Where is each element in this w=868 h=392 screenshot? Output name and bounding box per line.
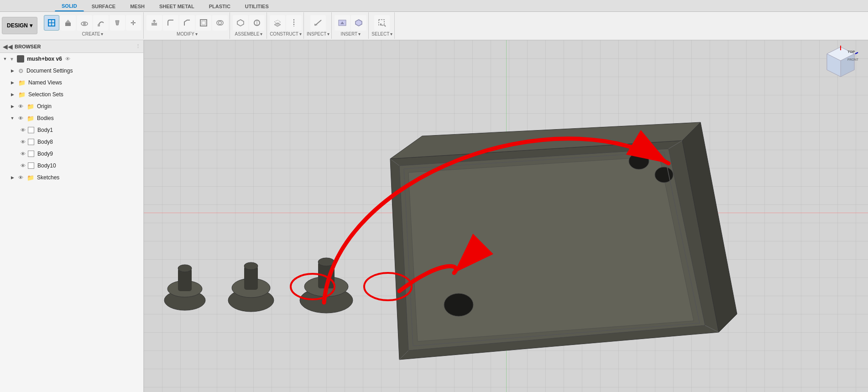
browser-item-body1[interactable]: 👁 Body1 <box>0 124 143 136</box>
tab-mesh[interactable]: MESH <box>123 1 152 11</box>
viewport[interactable]: TOP FRONT <box>144 40 868 392</box>
bodies-eye-icon[interactable]: 👁 <box>17 115 24 122</box>
axis-button[interactable] <box>286 15 302 31</box>
bodies-label: Bodies <box>37 115 54 121</box>
browser-menu-icon[interactable]: ⋮ <box>136 43 141 49</box>
browser-item-document-settings[interactable]: ▶ ⚙ Document Settings <box>0 65 143 77</box>
svg-rect-7 <box>98 24 100 26</box>
new-component-button[interactable] <box>44 15 59 31</box>
body10-eye-icon[interactable]: 👁 <box>19 162 26 169</box>
browser-item-sketches[interactable]: ▶ 👁 📁 Sketches <box>0 172 143 183</box>
assemble-buttons <box>233 15 265 31</box>
new-component-assemble-button[interactable] <box>233 15 248 31</box>
create-buttons: ✛ <box>44 15 141 31</box>
svg-text:TOP: TOP <box>847 50 855 54</box>
svg-rect-10 <box>152 23 157 26</box>
browser-root[interactable]: ▼ ▼ mush+box v6 👁 <box>0 53 143 65</box>
browser-item-named-views[interactable]: ▶ 📁 Named Views <box>0 77 143 89</box>
svg-point-30 <box>655 167 673 183</box>
tab-surface[interactable]: SURFACE <box>85 1 123 11</box>
extrude-button[interactable] <box>60 15 76 31</box>
select-label[interactable]: SELECT ▾ <box>371 31 392 37</box>
browser-item-body10[interactable]: 👁 Body10 <box>0 160 143 172</box>
assemble-group: ASSEMBLE ▾ <box>231 12 267 39</box>
body1-eye-icon[interactable]: 👁 <box>19 126 26 134</box>
combine-button[interactable] <box>212 15 228 31</box>
insert-buttons <box>335 15 366 31</box>
browser-item-origin[interactable]: ▶ 👁 📁 Origin <box>0 100 143 112</box>
modify-label[interactable]: MODIFY ▾ <box>177 31 198 37</box>
selection-sets-folder-icon: 📁 <box>18 91 26 98</box>
navigation-cube[interactable]: TOP FRONT <box>822 45 859 81</box>
insert-canvas-button[interactable] <box>335 15 350 31</box>
chamfer-button[interactable] <box>179 15 195 31</box>
browser-item-body8[interactable]: 👁 Body8 <box>0 136 143 148</box>
body8-eye-icon[interactable]: 👁 <box>19 138 26 146</box>
select-button[interactable]: ↖ <box>374 15 390 31</box>
origin-folder-icon: 📁 <box>27 103 34 110</box>
origin-arrow[interactable]: ▶ <box>9 103 16 110</box>
revolve-button[interactable] <box>77 15 92 31</box>
joint-button[interactable] <box>249 15 265 31</box>
sketches-eye-icon[interactable]: 👁 <box>17 174 24 181</box>
toolbar: SOLID SURFACE MESH SHEET METAL PLASTIC U… <box>0 0 868 40</box>
svg-point-39 <box>244 262 258 270</box>
shell-button[interactable] <box>196 15 211 31</box>
insert-mesh-button[interactable] <box>351 15 366 31</box>
sketches-label: Sketches <box>37 174 59 181</box>
tab-solid[interactable]: SOLID <box>55 1 84 11</box>
body9-body-icon <box>28 151 34 157</box>
press-pull-button[interactable] <box>146 15 162 31</box>
fillet-button[interactable] <box>163 15 178 31</box>
browser-item-body9[interactable]: 👁 Body9 <box>0 148 143 160</box>
select-buttons: ↖ <box>374 15 390 31</box>
body10-label: Body10 <box>37 162 56 169</box>
browser-root-label: mush+box v6 <box>27 56 62 62</box>
svg-point-31 <box>444 293 473 316</box>
3d-model-view <box>144 40 868 392</box>
browser-item-bodies[interactable]: ▼ 👁 📁 Bodies <box>0 112 143 124</box>
assemble-label[interactable]: ASSEMBLE ▾ <box>235 31 263 37</box>
tab-sheet-metal[interactable]: SHEET METAL <box>152 1 201 11</box>
doc-settings-arrow[interactable]: ▶ <box>9 68 16 74</box>
loft-button[interactable] <box>110 15 125 31</box>
body10-body-icon <box>28 162 34 169</box>
insert-label[interactable]: INSERT ▾ <box>341 31 361 37</box>
named-views-folder-icon: 📁 <box>18 79 26 86</box>
move-button[interactable]: ✛ <box>126 15 141 31</box>
sketches-arrow[interactable]: ▶ <box>9 174 16 181</box>
svg-text:✛: ✛ <box>131 19 136 26</box>
sweep-button[interactable] <box>93 15 109 31</box>
browser-header: ◀◀ BROWSER ⋮ <box>0 40 143 53</box>
svg-rect-12 <box>202 21 205 25</box>
inspect-label[interactable]: INSPECT ▾ <box>307 31 329 37</box>
design-button[interactable]: DESIGN ▾ <box>2 17 37 34</box>
measure-button[interactable] <box>310 15 326 31</box>
bodies-folder-icon: 📁 <box>27 115 34 122</box>
construct-buttons <box>270 15 302 31</box>
design-dropdown-icon: ▾ <box>30 22 32 29</box>
bodies-arrow[interactable]: ▼ <box>9 115 16 121</box>
construct-group: CONSTRUCT ▾ <box>268 12 304 39</box>
body8-body-icon <box>28 139 34 145</box>
offset-plane-button[interactable] <box>270 15 285 31</box>
named-views-arrow[interactable]: ▶ <box>9 79 16 86</box>
origin-eye-icon[interactable]: 👁 <box>17 103 24 110</box>
body9-eye-icon[interactable]: 👁 <box>19 150 26 157</box>
tab-utilities[interactable]: UTILITIES <box>238 1 276 11</box>
root-visibility-icon[interactable]: 👁 <box>65 56 70 62</box>
insert-group: INSERT ▾ <box>333 12 369 39</box>
svg-point-35 <box>178 265 192 272</box>
root-icon <box>17 55 24 63</box>
browser-title: BROWSER <box>15 44 134 49</box>
create-label[interactable]: CREATE ▾ <box>82 31 104 37</box>
browser-item-selection-sets[interactable]: ▶ 📁 Selection Sets <box>0 89 143 100</box>
construct-label[interactable]: CONSTRUCT ▾ <box>270 31 302 37</box>
tab-plastic[interactable]: PLASTIC <box>202 1 237 11</box>
svg-rect-11 <box>200 20 207 26</box>
selection-sets-arrow[interactable]: ▶ <box>9 91 16 98</box>
svg-marker-8 <box>115 21 119 25</box>
browser-collapse-icon[interactable]: ◀◀ <box>3 43 13 50</box>
svg-marker-15 <box>237 20 244 26</box>
root-expand-arrow[interactable]: ▼ <box>2 56 8 62</box>
